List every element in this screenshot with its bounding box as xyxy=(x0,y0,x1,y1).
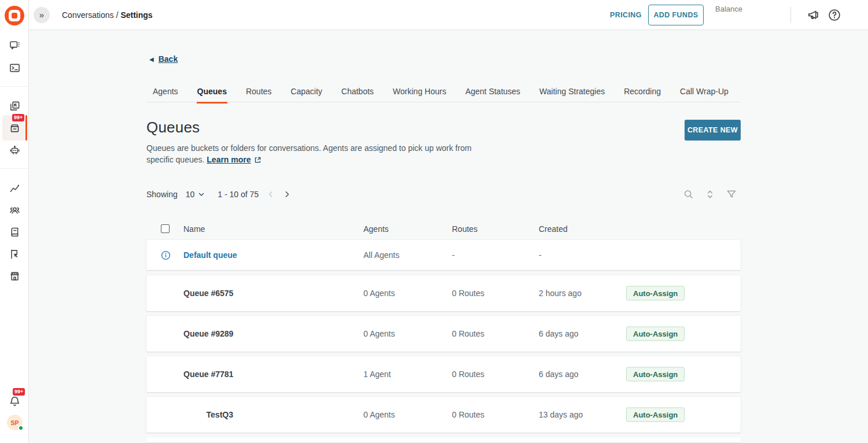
tab-label: Recording xyxy=(624,87,661,96)
queue-name[interactable]: Queue #6575 xyxy=(183,289,233,298)
inbox-icon xyxy=(9,122,21,134)
tab-label: Waiting Strategies xyxy=(539,87,605,96)
next-page-button[interactable] xyxy=(283,190,291,198)
queue-created: 6 days ago xyxy=(539,370,579,379)
queue-routes: 0 Routes xyxy=(452,329,484,338)
tab-label: Chatbots xyxy=(341,87,374,96)
table-header: Name Agents Routes Created xyxy=(146,218,741,240)
back-link[interactable]: ◀ Back xyxy=(149,54,178,64)
sidebar: 99+ 99+ SP xyxy=(0,0,29,443)
main-area: ◀ Back AgentsQueuesRoutesCapacityChatbot… xyxy=(29,30,868,443)
storefront-icon xyxy=(9,270,21,282)
tab-label: Capacity xyxy=(290,87,322,96)
sidebar-item-bots[interactable] xyxy=(0,138,29,162)
notification-badge: 99+ xyxy=(13,388,25,396)
search-icon[interactable] xyxy=(683,189,694,200)
back-label: Back xyxy=(159,54,178,64)
avatar-initials: SP xyxy=(10,419,19,426)
tab-label: Working Hours xyxy=(393,87,446,96)
table-row[interactable]: TestQ3 0 Agents 0 Routes 13 days ago Aut… xyxy=(146,397,741,433)
app-logo[interactable] xyxy=(5,6,24,25)
sidebar-item-teams[interactable] xyxy=(0,198,29,222)
sidebar-item-storefront[interactable] xyxy=(0,264,29,288)
people-icon xyxy=(9,204,21,216)
select-all-checkbox[interactable] xyxy=(161,224,170,233)
create-new-button[interactable]: CREATE NEW xyxy=(685,120,741,141)
sort-icon[interactable] xyxy=(704,189,716,200)
breadcrumb-page: Settings xyxy=(120,10,152,20)
tab-agent-statuses[interactable]: Agent Statuses xyxy=(465,85,521,104)
table-row[interactable]: Queue #7781 1 Agent 0 Routes 6 days ago … xyxy=(146,356,741,392)
bot-icon xyxy=(9,144,21,156)
queue-name[interactable]: Queue #9289 xyxy=(183,329,233,338)
tab-call-wrap-up[interactable]: Call Wrap-Up xyxy=(679,85,729,104)
page-description: Queues are buckets or folders for conver… xyxy=(146,142,494,165)
table-row[interactable]: Default queue All Agents - - xyxy=(146,240,741,270)
balance-label: Balance xyxy=(715,5,742,13)
filter-icon[interactable] xyxy=(726,189,737,200)
help-icon[interactable] xyxy=(827,8,841,22)
breadcrumb-section: Conversations xyxy=(62,10,114,20)
tab-label: Queues xyxy=(197,87,227,96)
auto-assign-badge: Auto-Assign xyxy=(626,408,685,422)
queue-created: 13 days ago xyxy=(539,410,583,419)
tab-queues[interactable]: Queues xyxy=(197,85,227,104)
back-arrow-icon: ◀ xyxy=(149,56,154,62)
tab-working-hours[interactable]: Working Hours xyxy=(392,85,447,104)
auto-assign-badge: Auto-Assign xyxy=(626,367,685,382)
queue-name[interactable]: Queue #7781 xyxy=(183,370,233,379)
announcements-icon[interactable] xyxy=(807,8,821,22)
sidebar-collapse-button[interactable]: » xyxy=(34,7,50,23)
sidebar-divider xyxy=(0,168,29,169)
column-header-created: Created xyxy=(539,218,568,240)
queue-created: - xyxy=(539,250,542,260)
pricing-link[interactable]: PRICING xyxy=(610,0,642,30)
tab-routes[interactable]: Routes xyxy=(245,85,272,104)
queue-routes: 0 Routes xyxy=(452,370,484,379)
tab-agents[interactable]: Agents xyxy=(152,85,179,104)
queues-table: Name Agents Routes Created Default queue… xyxy=(146,218,741,442)
tab-label: Routes xyxy=(246,87,271,96)
page-size-dropdown[interactable]: 10 xyxy=(186,190,205,199)
queue-agents: 0 Agents xyxy=(363,329,395,338)
contact-book-icon xyxy=(9,226,21,238)
tab-label: Agent Statuses xyxy=(465,87,520,96)
table-row[interactable]: Queue #9289 0 Agents 0 Routes 6 days ago… xyxy=(146,316,741,352)
tab-capacity[interactable]: Capacity xyxy=(290,85,322,104)
queue-name[interactable]: TestQ3 xyxy=(183,410,233,419)
chevron-down-icon xyxy=(198,191,205,198)
page-size-value: 10 xyxy=(186,190,195,199)
sidebar-item-journeys[interactable] xyxy=(0,242,29,266)
auto-assign-badge: Auto-Assign xyxy=(626,327,685,341)
queue-agents: 0 Agents xyxy=(363,410,395,419)
sidebar-item-conversations[interactable] xyxy=(0,33,29,57)
learn-more-link[interactable]: Learn more xyxy=(207,155,251,164)
column-header-agents: Agents xyxy=(363,218,389,240)
terminal-icon xyxy=(9,62,21,74)
column-header-routes: Routes xyxy=(452,218,477,240)
tab-chatbots[interactable]: Chatbots xyxy=(341,85,374,104)
prev-page-button[interactable] xyxy=(267,190,275,198)
toolbar-icons xyxy=(683,189,741,200)
topbar: » Conversations / Settings PRICING ADD F… xyxy=(29,0,868,30)
sidebar-item-analytics[interactable] xyxy=(0,176,29,200)
tabs: AgentsQueuesRoutesCapacityChatbotsWorkin… xyxy=(152,85,729,104)
windows-arrow-icon xyxy=(9,100,21,112)
queue-agents: 0 Agents xyxy=(363,289,395,298)
queue-routes: - xyxy=(452,250,455,260)
add-funds-button[interactable]: ADD FUNDS xyxy=(648,5,704,25)
table-row-partial xyxy=(146,437,741,442)
tab-waiting-strategies[interactable]: Waiting Strategies xyxy=(539,85,605,104)
queue-name[interactable]: Default queue xyxy=(183,250,233,260)
auto-assign-badge: Auto-Assign xyxy=(626,286,685,301)
tab-recording[interactable]: Recording xyxy=(623,85,661,104)
inbox-badge: 99+ xyxy=(12,114,24,121)
info-icon[interactable] xyxy=(161,250,170,260)
tab-label: Call Wrap-Up xyxy=(680,87,729,96)
user-avatar[interactable]: SP xyxy=(7,415,23,430)
table-row[interactable]: Queue #6575 0 Agents 0 Routes 2 hours ag… xyxy=(146,275,741,311)
settings-content: ◀ Back AgentsQueuesRoutesCapacityChatbot… xyxy=(146,30,741,443)
sidebar-item-developer-console[interactable] xyxy=(0,56,29,80)
sidebar-item-contacts[interactable] xyxy=(0,220,29,244)
column-header-name: Name xyxy=(183,218,205,240)
